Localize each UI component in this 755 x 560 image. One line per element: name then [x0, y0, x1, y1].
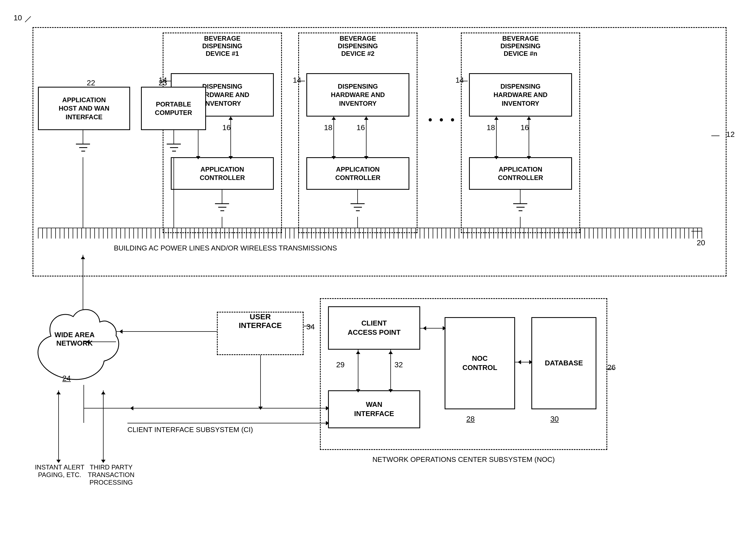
third-party-up-head: [101, 389, 105, 394]
disp2-box: DISPENSINGHARDWARE ANDINVENTORY: [306, 73, 409, 117]
ground-app2-l3: [356, 210, 360, 211]
arrow-18b-head: [332, 156, 336, 162]
bus-ticks-container: [38, 228, 702, 241]
ref-24: 24: [62, 374, 71, 383]
ground-portable: [174, 130, 174, 144]
ui-label: USERINTERFACE: [218, 313, 303, 330]
arrow-18c-line: [496, 117, 497, 157]
ground-apphost: [83, 130, 83, 144]
ref-16b: 16: [357, 123, 365, 132]
arrow-16a-head: [229, 156, 233, 162]
ci-label: CLIENT INTERFACE SUBSYSTEM (CI): [127, 425, 253, 434]
ui-to-wan-head: [117, 329, 122, 334]
ground-apphost-l1: [76, 144, 90, 144]
arrow-32-down: [389, 389, 393, 395]
bdd1-box: [163, 33, 282, 233]
ui-to-wan-line: [117, 331, 217, 332]
fig-number: 10: [14, 14, 22, 22]
bdd1-label: BEVERAGEDISPENSINGDEVICE #1: [165, 35, 279, 58]
wan-ci-left-head: [128, 406, 133, 411]
ground-app2: [357, 190, 358, 203]
connect-apphost-bus: [83, 157, 83, 228]
ref-34: 34: [306, 323, 315, 331]
ground-appn-l1: [513, 203, 527, 204]
arrow-18c-up: [494, 114, 499, 120]
database-box: DATABASE: [531, 317, 596, 409]
arrow-16b-up: [364, 114, 369, 120]
instant-alert-label: INSTANT ALERTPAGING, ETC.: [33, 463, 87, 479]
arrow-wan-head: [84, 340, 90, 344]
wan-vertical-ci: [83, 385, 84, 423]
ref-28: 28: [466, 415, 475, 423]
wan-cloud: [33, 309, 119, 390]
ui-box: USERINTERFACE: [217, 312, 304, 355]
arrow-29-down: [356, 389, 360, 395]
ref-16c: 16: [520, 123, 529, 132]
client-ap-box: CLIENTACCESS POINT: [328, 306, 420, 350]
apphost-arrow-up-head: [81, 254, 85, 259]
ground-app2-l2: [354, 207, 362, 208]
ground-app1-l3: [220, 210, 224, 211]
arrow-16c-head: [527, 156, 531, 162]
bdd2-box: [298, 33, 417, 233]
ground-portable-l3: [172, 151, 176, 152]
wan-horizontal-ci: [83, 408, 127, 408]
arrow-18b-up: [332, 114, 336, 120]
portable-box: PORTABLECOMPUTER: [141, 87, 206, 130]
app-host-box: APPLICATIONHOST AND WANINTERFACE: [38, 87, 130, 130]
power-line-label: BUILDING AC POWER LINES AND/OR WIRELESS …: [114, 244, 337, 252]
ap-noc-arrow-left: [443, 326, 448, 331]
arrow-16b-line: [366, 117, 366, 157]
ui-ci-down-head: [258, 406, 263, 412]
bdd2-label: BEVERAGEDISPENSINGDEVICE #2: [301, 35, 415, 58]
ref-30: 30: [550, 415, 559, 423]
ref-14b: 14: [293, 76, 301, 84]
ground-appn-l3: [519, 210, 522, 211]
arrow-16c-line: [529, 117, 529, 157]
ref-16a: 16: [222, 123, 231, 132]
wan-label: WIDE AREANETWORK: [37, 331, 113, 347]
connect-app2-bus: [357, 217, 358, 228]
ref-29: 29: [336, 360, 344, 369]
ground-app1: [222, 190, 222, 203]
bddn-box: [461, 33, 580, 233]
wan-down-arrow: [58, 390, 59, 461]
arrow-16a-line: [231, 117, 231, 157]
ground-app1-l2: [218, 207, 226, 208]
dispn-box: DISPENSINGHARDWARE ANDINVENTORY: [469, 73, 572, 117]
ref-22: 22: [87, 79, 95, 87]
ref-18c: 18: [486, 123, 495, 132]
arrow-16b-head: [364, 156, 369, 162]
ground-portable-l2: [170, 147, 178, 148]
app1-box: APPLICATIONCONTROLLER: [171, 157, 274, 190]
ci-arrow-head: [326, 421, 331, 425]
wan-third-party-arrow: [103, 390, 103, 461]
ref-12: 12: [726, 130, 735, 139]
arrow-18c-head: [494, 156, 499, 162]
arrow-32-up: [389, 348, 393, 354]
ground-appn: [520, 190, 520, 203]
ci-line: [127, 423, 328, 423]
ground-portable-l1: [167, 144, 181, 144]
arrow-16a-up: [229, 114, 233, 120]
noc-control-box: NOCCONTROL: [444, 317, 515, 409]
ref-18b: 18: [324, 123, 332, 132]
wan-ci-line: [127, 408, 328, 408]
ground-app2-l1: [351, 203, 365, 204]
ground-appn-l2: [516, 207, 524, 208]
connect-portable-bus: [174, 157, 174, 228]
ui-to-ci-arrow: [260, 355, 261, 408]
instant-up-head: [56, 389, 61, 394]
wan-if-box: WANINTERFACE: [328, 390, 420, 428]
ellipsis-dots: • • •: [428, 114, 457, 126]
arrow-18a-head: [196, 156, 200, 162]
app2-box: APPLICATIONCONTROLLER: [306, 157, 409, 190]
arrow-29-up: [356, 348, 360, 354]
arrow-32-line: [390, 350, 391, 390]
ground-app1-l1: [215, 203, 229, 204]
ref-20: 20: [697, 239, 705, 247]
ground-apphost-l3: [81, 151, 85, 152]
arrow-18b-line: [334, 117, 334, 157]
ref-26: 26: [607, 363, 616, 372]
third-party-label: THIRD PARTYTRANSACTIONPROCESSING: [81, 463, 141, 486]
